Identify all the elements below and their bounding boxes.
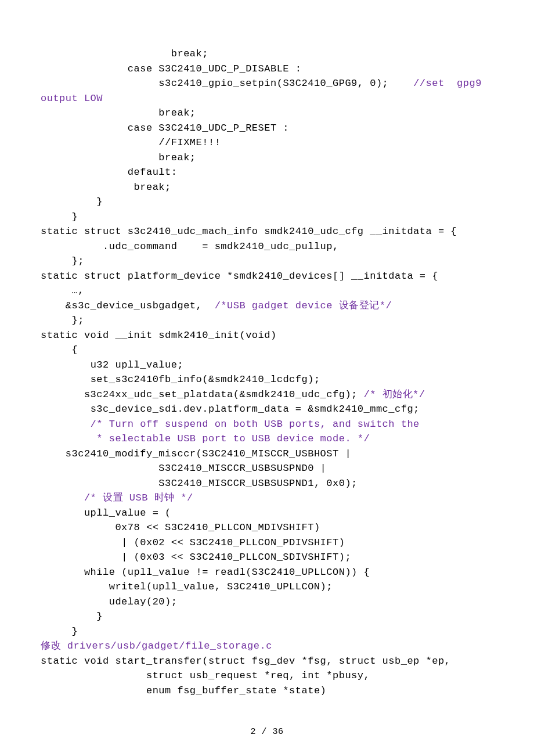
code-line: | (0x02 << S3C2410_PLLCON_PDIVSHIFT) (41, 535, 493, 550)
code-line: s3c2410_modify_misccr(S3C2410_MISCCR_USB… (41, 447, 493, 462)
code-line: s3c2410_gpio_setpin(S3C2410_GPG9, 0); //… (41, 76, 493, 91)
code-line: break; (41, 180, 493, 195)
code-line: S3C2410_MISCCR_USBSUSPND0 | (41, 461, 493, 476)
code-span: }; (72, 255, 84, 267)
code-line: 0x78 << S3C2410_PLLCON_MDIVSHIFT) (41, 520, 493, 535)
code-line: }; (41, 313, 493, 328)
code-line: struct usb_request *req, int *pbusy, (41, 668, 493, 683)
code-line: S3C2410_MISCCR_USBSUSPND1, 0x0); (41, 476, 493, 491)
code-span: udelay(20); (109, 596, 178, 607)
code-span: break; (134, 182, 171, 193)
code-span: } (96, 611, 103, 622)
code-span: /* 初始化*/ (364, 389, 425, 400)
code-span: s3c2410_modify_misccr(S3C2410_MISCCR_USB… (66, 448, 351, 459)
code-line: static void __init sdmk2410_init(void) (41, 328, 493, 343)
code-span: s3c24xx_udc_set_platdata(&smdk2410_udc_c… (84, 389, 364, 400)
code-span: break; (158, 107, 196, 118)
code-line: case S3C2410_UDC_P_DISABLE : (41, 62, 493, 77)
code-span: …, (72, 285, 84, 296)
code-span: output LOW (41, 93, 103, 104)
code-span: //set gpg9 (413, 78, 482, 89)
code-line: …, (41, 283, 493, 298)
code-content: break; case S3C2410_UDC_P_DISABLE : s3c2… (41, 46, 493, 698)
code-line: break; (41, 46, 493, 62)
code-span: upll_value = ( (84, 507, 171, 519)
code-span: &s3c_device_usbgadget, (66, 300, 215, 311)
code-line: * selectable USB port to USB device mode… (41, 431, 493, 447)
code-span: s3c_device_sdi.dev.platform_data = &smdk… (91, 404, 420, 415)
code-span: case S3C2410_UDC_P_RESET : (128, 123, 289, 134)
code-line: } (41, 210, 493, 225)
code-span: }; (72, 315, 84, 326)
code-line: case S3C2410_UDC_P_RESET : (41, 121, 493, 136)
code-span: static void __init sdmk2410_init(void) (41, 330, 277, 341)
code-span: } (72, 211, 78, 222)
code-line: &s3c_device_usbgadget, /*USB gadget devi… (41, 298, 493, 314)
code-line: while (upll_value != readl(S3C2410_UPLLC… (41, 565, 493, 580)
code-line: udelay(20); (41, 595, 493, 610)
code-line: s3c24xx_udc_set_platdata(&smdk2410_udc_c… (41, 387, 493, 402)
code-span: static struct s3c2410_udc_mach_info smdk… (41, 226, 457, 237)
code-line: set_s3c2410fb_info(&smdk2410_lcdcfg); (41, 372, 493, 387)
code-span: * selectable USB port to USB device mode… (96, 433, 370, 444)
code-span: /* 设置 USB 时钟 */ (84, 492, 193, 503)
code-span: } (96, 196, 103, 207)
code-span: enum fsg_buffer_state *state) (146, 685, 326, 696)
code-span: /* Turn off suspend on both USB ports, a… (91, 419, 420, 430)
code-line: } (41, 609, 493, 624)
code-span: /*USB gadget device 设备登记*/ (215, 300, 392, 311)
code-line: static struct s3c2410_udc_mach_info smdk… (41, 224, 493, 239)
code-line: break; (41, 150, 493, 165)
code-span: break; (158, 152, 196, 163)
code-line: .udc_command = smdk2410_udc_pullup, (41, 239, 493, 254)
code-line: /* 设置 USB 时钟 */ (41, 491, 493, 506)
code-span: | (0x03 << S3C2410_PLLCON_SDIVSHIFT); (121, 552, 351, 563)
code-line: static void start_transfer(struct fsg_de… (41, 654, 493, 669)
code-span: while (upll_value != readl(S3C2410_UPLLC… (84, 567, 370, 578)
code-span: default: (128, 167, 178, 178)
code-span: s3c2410_gpio_setpin(S3C2410_GPG9, 0); (158, 78, 413, 89)
code-line: /* Turn off suspend on both USB ports, a… (41, 417, 493, 432)
code-span: 0x78 << S3C2410_PLLCON_MDIVSHIFT) (115, 522, 320, 533)
code-span: writel(upll_value, S3C2410_UPLLCON); (109, 581, 333, 592)
code-span: S3C2410_MISCCR_USBSUSPND0 | (158, 463, 326, 474)
code-span: static void start_transfer(struct fsg_de… (41, 656, 450, 667)
code-span: struct usb_request *req, int *pbusy, (146, 670, 370, 681)
code-span: break; (171, 48, 208, 59)
code-span: //FIXME!!! (158, 137, 221, 148)
code-line: enum fsg_buffer_state *state) (41, 683, 493, 699)
document-page: break; case S3C2410_UDC_P_DISABLE : s3c2… (0, 0, 534, 756)
code-line: u32 upll_value; (41, 358, 493, 373)
code-span: | (0x02 << S3C2410_PLLCON_PDIVSHIFT) (121, 537, 345, 548)
code-line: writel(upll_value, S3C2410_UPLLCON); (41, 579, 493, 595)
code-line: s3c_device_sdi.dev.platform_data = &smdk… (41, 402, 493, 417)
code-span: .udc_command = smdk2410_udc_pullup, (103, 241, 339, 252)
code-line: //FIXME!!! (41, 135, 493, 150)
code-line: } (41, 624, 493, 639)
code-line: static struct platform_device *smdk2410_… (41, 269, 493, 284)
code-span: case S3C2410_UDC_P_DISABLE : (128, 63, 302, 74)
code-line: upll_value = ( (41, 506, 493, 521)
code-span: set_s3c2410fb_info(&smdk2410_lcdcfg); (91, 374, 320, 385)
code-span: } (72, 626, 78, 637)
code-line: output LOW (41, 91, 493, 106)
code-span: { (72, 344, 78, 355)
code-span: 修改 drivers/usb/gadget/file_storage.c (41, 640, 272, 651)
code-line: | (0x03 << S3C2410_PLLCON_SDIVSHIFT); (41, 550, 493, 565)
code-line: break; (41, 106, 493, 121)
code-span: S3C2410_MISCCR_USBSUSPND1, 0x0); (158, 478, 357, 489)
code-line: { (41, 343, 493, 358)
code-span: static struct platform_device *smdk2410_… (41, 271, 438, 282)
code-line: default: (41, 165, 493, 180)
code-line: }; (41, 254, 493, 269)
page-number: 2 / 36 (0, 726, 534, 739)
code-line: } (41, 195, 493, 210)
code-line: 修改 drivers/usb/gadget/file_storage.c (41, 639, 493, 654)
code-span: u32 upll_value; (91, 359, 184, 370)
